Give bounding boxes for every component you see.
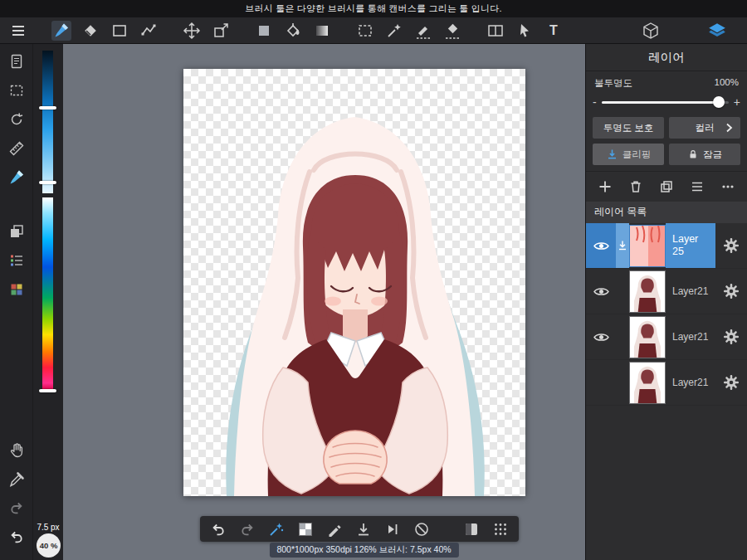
transform-tool-button[interactable] xyxy=(211,21,231,41)
layer-visibility-toggle[interactable] xyxy=(586,314,616,359)
clipping-button[interactable]: 클리핑 xyxy=(593,144,664,165)
menu-button[interactable] xyxy=(8,21,28,41)
layer-visibility-toggle[interactable] xyxy=(586,223,616,268)
shape-rect-tool-button[interactable] xyxy=(110,21,129,41)
add-layer-button[interactable] xyxy=(598,179,613,194)
checker-swatch-icon xyxy=(297,521,314,538)
layer-thumbnail[interactable] xyxy=(629,362,666,404)
color-list-button[interactable] xyxy=(6,250,27,271)
clipping-icon xyxy=(606,149,618,161)
material-button[interactable] xyxy=(641,21,661,41)
ruler-button[interactable] xyxy=(6,138,27,159)
text-tool-button[interactable]: T xyxy=(544,21,564,41)
color-value-slider[interactable] xyxy=(42,51,53,193)
move-tool-button[interactable] xyxy=(182,21,202,41)
gradient-tool-button[interactable] xyxy=(312,21,332,41)
layer-settings-button[interactable] xyxy=(715,314,747,359)
divide-canvas-button[interactable] xyxy=(486,21,505,41)
eyedropper-button[interactable] xyxy=(6,468,27,489)
canvas-workspace[interactable]: 800*1000px 350dpi 126% 브러시: 7.5px 40% xyxy=(63,44,585,560)
opacity-slider-knob[interactable] xyxy=(713,96,725,108)
redo-button[interactable] xyxy=(6,497,27,519)
layer-row[interactable]: Layer21 xyxy=(586,269,747,314)
opacity-plus-button[interactable]: + xyxy=(734,95,740,109)
disable-rotate-button[interactable] xyxy=(413,521,430,538)
layer-more-button[interactable] xyxy=(720,179,735,194)
gear-icon xyxy=(723,283,740,299)
zoom-level-badge[interactable]: 40 % xyxy=(37,533,61,558)
quick-redo-button[interactable] xyxy=(239,521,256,538)
background-pattern-button[interactable] xyxy=(297,521,314,538)
layer-clip-indicator xyxy=(616,223,629,268)
hand-tool-button[interactable] xyxy=(6,439,27,460)
gear-icon xyxy=(723,237,740,254)
value-slider-handle-2[interactable] xyxy=(39,181,56,184)
layer-row[interactable]: Layer21 xyxy=(586,314,747,360)
duplicate-layer-panel-button[interactable] xyxy=(659,179,674,194)
pen-icon xyxy=(326,521,343,538)
brush-settings-button[interactable] xyxy=(6,167,27,188)
undo-button[interactable] xyxy=(6,526,27,548)
contrast-panel-button[interactable] xyxy=(463,521,480,538)
alpha-lock-button[interactable]: 투명도 보호 xyxy=(593,117,664,139)
auto-select-button[interactable] xyxy=(268,521,285,538)
delete-layer-button[interactable] xyxy=(628,179,643,194)
layer-visibility-toggle[interactable] xyxy=(586,269,616,314)
slash-circle-icon xyxy=(413,521,430,538)
layers-panel-toggle-button[interactable] xyxy=(707,21,727,41)
opacity-slider[interactable] xyxy=(602,101,729,104)
layer-color-button[interactable]: 컬러 xyxy=(669,117,740,139)
layer-settings-button[interactable] xyxy=(715,360,747,405)
magic-wand-icon xyxy=(385,22,403,40)
layer-list-mode-button[interactable] xyxy=(690,179,705,194)
layer-thumbnail[interactable] xyxy=(629,270,666,313)
eraser-tool-button[interactable] xyxy=(81,21,100,41)
opacity-minus-button[interactable]: - xyxy=(593,95,597,109)
layer-row-selected[interactable]: Layer 25 xyxy=(586,223,747,269)
color-strip-column: 7.5 px 40 % xyxy=(33,44,63,560)
polyline-tool-button[interactable] xyxy=(139,21,159,41)
grid-handle-button[interactable] xyxy=(492,521,509,538)
move-icon xyxy=(183,22,201,40)
rotate-view-button[interactable] xyxy=(6,109,27,130)
canvas-status-readout: 800*1000px 350dpi 126% 브러시: 7.5px 40% xyxy=(269,543,458,558)
duplicate-layer-button[interactable] xyxy=(6,221,27,242)
lock-icon xyxy=(687,149,699,160)
layer-thumbnail[interactable] xyxy=(629,225,666,267)
menu-icon xyxy=(10,22,27,39)
snap-forward-button[interactable] xyxy=(384,521,401,538)
select-eraser-tool-button[interactable] xyxy=(442,21,462,41)
hue-slider[interactable] xyxy=(42,197,53,391)
artwork-illustration xyxy=(183,69,525,496)
select-area-button[interactable] xyxy=(6,80,27,101)
layer-settings-button[interactable] xyxy=(715,223,747,268)
redo-arrow-icon xyxy=(8,499,25,516)
bucket-tool-button[interactable] xyxy=(283,21,303,41)
palette-button[interactable] xyxy=(6,279,27,300)
rotate-icon xyxy=(8,111,25,128)
operation-tool-button[interactable] xyxy=(515,21,535,41)
eye-icon xyxy=(593,286,609,297)
layer-thumbnail[interactable] xyxy=(629,316,666,358)
fill-rect-tool-button[interactable] xyxy=(254,21,274,41)
magic-wand-tool-button[interactable] xyxy=(384,21,404,41)
download-icon xyxy=(355,521,372,538)
save-button[interactable] xyxy=(355,521,372,538)
quick-pen-button[interactable] xyxy=(326,521,343,538)
hue-slider-handle[interactable] xyxy=(39,389,56,392)
select-pen-tool-button[interactable] xyxy=(413,21,433,41)
quick-undo-button[interactable] xyxy=(210,521,227,538)
canvas-pages-button[interactable] xyxy=(6,51,27,72)
layer-row[interactable]: Layer21 xyxy=(586,360,747,406)
brush-tool-button[interactable] xyxy=(51,21,71,41)
layer-visibility-toggle[interactable] xyxy=(586,360,616,405)
value-slider-handle[interactable] xyxy=(39,106,56,110)
lock-button[interactable]: 잠금 xyxy=(669,144,740,165)
document-icon xyxy=(8,53,25,70)
artboard[interactable] xyxy=(183,69,525,496)
main-toolbar: T xyxy=(0,17,747,44)
gear-icon xyxy=(723,374,740,391)
layers-icon xyxy=(707,21,727,41)
layer-settings-button[interactable] xyxy=(715,269,747,314)
select-rect-tool-button[interactable] xyxy=(355,21,375,41)
